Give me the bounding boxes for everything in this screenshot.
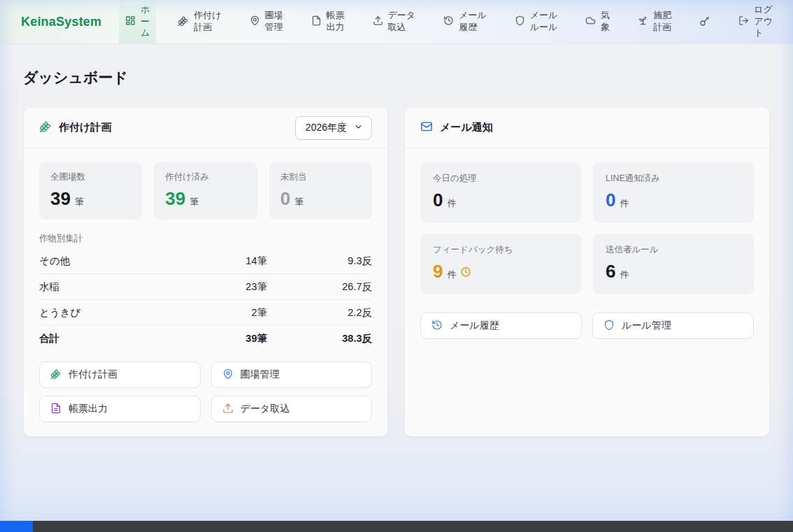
dashboard-icon — [125, 15, 136, 28]
nav-item-label: メール ルール — [530, 10, 558, 34]
app-window: KeinaSystem ホ ー ム 作付け 計画 圃場 管理 帳票 出力 データ — [0, 0, 793, 532]
cloud-icon — [585, 15, 596, 28]
upload-icon — [222, 403, 234, 416]
planting-plan-button[interactable]: 作付け計画 — [39, 361, 201, 388]
nav-item-home[interactable]: ホ ー ム — [119, 0, 156, 43]
nav-item-weather[interactable]: 気 象 — [579, 0, 616, 43]
stat-value: 0 — [606, 191, 615, 209]
stat-value: 0 — [433, 191, 443, 209]
planting-plan-card: 作付け計画 2026年度 全圃場数 39筆 作付け済み — [23, 107, 388, 437]
nav-item-label: メール 履歴 — [459, 10, 487, 34]
table-row: とうきび 2筆 2.2反 — [39, 300, 372, 326]
stat-unit: 筆 — [294, 196, 303, 208]
stat-sender-rules: 送信者ルール 6件 — [593, 233, 754, 294]
rule-management-button[interactable]: ルール管理 — [592, 312, 754, 339]
wheat-icon — [50, 368, 62, 382]
planting-card-header: 作付け計画 2026年度 — [24, 108, 387, 148]
crop-name: 水稲 — [39, 280, 190, 294]
nav-item-label: ログ アウ ト — [754, 4, 773, 40]
stat-unassigned: 未割当 0筆 — [269, 162, 372, 220]
top-nav-bar: KeinaSystem ホ ー ム 作付け 計画 圃場 管理 帳票 出力 データ — [0, 0, 793, 44]
file-icon — [50, 403, 62, 416]
crop-area: 38.3反 — [267, 332, 372, 345]
planting-quick-actions: 作付け計画 圃場管理 帳票出力 データ取込 — [39, 361, 372, 422]
sprout-icon — [638, 15, 648, 28]
crop-name: 合計 — [39, 332, 190, 345]
data-import-button[interactable]: データ取込 — [211, 396, 373, 422]
mail-notification-card: メール通知 今日の処理 0件 LINE通知済み 0件 — [404, 107, 770, 437]
button-label: 作付け計画 — [69, 368, 117, 381]
button-label: 圃場管理 — [241, 368, 280, 381]
bottom-taskbar — [0, 521, 793, 532]
map-pin-icon — [222, 368, 234, 382]
key-icon — [699, 15, 710, 29]
button-label: データ取込 — [241, 403, 290, 415]
crop-count: 14筆 — [190, 254, 267, 268]
shield-icon — [603, 319, 615, 333]
stat-unit: 筆 — [75, 196, 84, 208]
planting-card-title: 作付け計画 — [39, 120, 111, 135]
mail-stats: 今日の処理 0件 LINE通知済み 0件 フィードバック待ち 9 件 — [420, 162, 754, 294]
main-content: ダッシュボード 作付け計画 2026年度 — [0, 44, 793, 521]
stat-value: 39 — [50, 189, 71, 208]
dashboard-cards: 作付け計画 2026年度 全圃場数 39筆 作付け済み — [23, 107, 770, 437]
nav-item-report-output[interactable]: 帳票 出力 — [305, 0, 351, 43]
shield-icon — [515, 15, 525, 28]
stat-value: 39 — [165, 189, 185, 208]
table-row: 水稲 23筆 26.7反 — [39, 274, 372, 300]
nav-item-data-import[interactable]: データ 取込 — [366, 0, 422, 43]
table-row: その他 14筆 9.3反 — [39, 248, 372, 274]
nav-item-field-management[interactable]: 圃場 管理 — [243, 0, 290, 43]
stat-label: 未割当 — [280, 171, 361, 183]
stat-total-fields: 全圃場数 39筆 — [39, 162, 142, 220]
planting-stats: 全圃場数 39筆 作付け済み 39筆 未割当 0筆 — [39, 162, 372, 220]
crop-count: 23筆 — [190, 280, 267, 294]
stat-value: 6 — [606, 262, 615, 280]
crop-summary-table: その他 14筆 9.3反 水稲 23筆 26.7反 とうきび 2筆 2. — [39, 248, 372, 351]
nav-item-label: ホ ー ム — [141, 4, 150, 40]
crop-name: とうきび — [39, 306, 190, 319]
nav-item-label: 気 象 — [601, 10, 610, 34]
logout-icon — [738, 15, 749, 28]
nav-item-planting-plan[interactable]: 作付け 計画 — [171, 0, 227, 43]
nav-item-logout[interactable]: ログ アウ ト — [732, 0, 779, 43]
brand-logo[interactable]: KeinaSystem — [0, 0, 119, 43]
stat-label: LINE通知済み — [606, 173, 741, 185]
stat-label: 全圃場数 — [50, 171, 131, 183]
mail-history-button[interactable]: メール履歴 — [420, 312, 582, 339]
report-output-button[interactable]: 帳票出力 — [39, 396, 201, 422]
crop-count: 39筆 — [190, 332, 267, 345]
nav-item-mail-history[interactable]: メール 履歴 — [437, 0, 493, 43]
field-management-button[interactable]: 圃場管理 — [211, 361, 373, 388]
nav-item-mail-rules[interactable]: メール ルール — [508, 0, 564, 43]
mail-card-title-text: メール通知 — [440, 121, 493, 134]
planting-card-title-text: 作付け計画 — [59, 121, 111, 134]
nav-item-label: 施肥 計画 — [653, 10, 671, 34]
year-select[interactable]: 2026年度 — [295, 116, 372, 140]
stat-unit: 件 — [620, 268, 629, 281]
stat-line-notified: LINE通知済み 0件 — [593, 162, 754, 223]
stat-feedback-pending: フィードバック待ち 9 件 — [420, 233, 581, 294]
stat-today-processed: 今日の処理 0件 — [420, 162, 581, 223]
stat-label: 送信者ルール — [606, 244, 741, 256]
button-label: ルール管理 — [622, 319, 671, 332]
nav-item-password-key[interactable] — [693, 0, 717, 43]
nav-item-label: 作付け 計画 — [194, 10, 221, 34]
clock-icon — [460, 266, 471, 278]
nav-item-label: 圃場 管理 — [265, 10, 283, 34]
mail-card-body: 今日の処理 0件 LINE通知済み 0件 フィードバック待ち 9 件 — [405, 148, 769, 436]
mail-icon — [420, 120, 433, 135]
crop-area: 26.7反 — [267, 280, 372, 294]
stat-value: 0 — [280, 189, 290, 208]
stat-unit: 件 — [620, 197, 629, 210]
planting-card-body: 全圃場数 39筆 作付け済み 39筆 未割当 0筆 作物別集計 — [24, 148, 387, 436]
crop-summary-label: 作物別集計 — [39, 233, 372, 245]
taskbar-blue-segment — [0, 521, 33, 532]
stat-unit: 件 — [447, 268, 456, 281]
wheat-icon — [39, 120, 52, 135]
table-row-total: 合計 39筆 38.3反 — [39, 326, 372, 351]
stat-unit: 筆 — [190, 196, 199, 208]
nav-item-fertilization-plan[interactable]: 施肥 計画 — [631, 0, 678, 43]
nav-item-label: 帳票 出力 — [327, 10, 345, 34]
stat-label: 作付け済み — [165, 171, 245, 183]
